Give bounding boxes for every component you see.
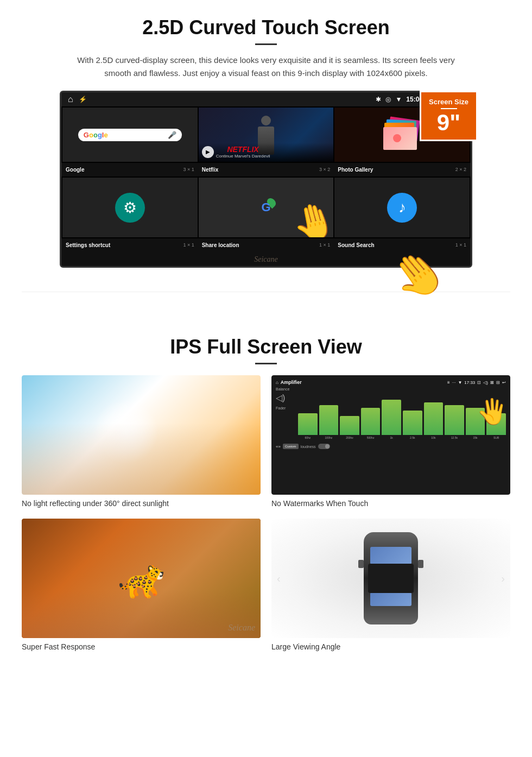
wifi-icon: ▼ xyxy=(395,96,402,103)
eq-bar-3 xyxy=(361,408,381,435)
netflix-logo: NETFLIX xyxy=(216,145,270,154)
eq-menu-icon: ≡ xyxy=(447,380,450,385)
flower-center xyxy=(393,134,401,142)
eq-label-4: 1k xyxy=(382,436,401,439)
feature-grid: No light reflecting under 360° direct su… xyxy=(22,375,510,651)
hand-pointer-icon: 🤚 xyxy=(288,197,333,237)
google-maps-g: G xyxy=(261,200,270,214)
app-labels-row1: Google 3 × 1 Netflix 3 × 2 Photo Gallery… xyxy=(61,163,471,176)
section1-description: With 2.5D curved-display screen, this de… xyxy=(76,54,456,80)
sky-image xyxy=(22,375,261,495)
section-divider xyxy=(22,292,510,292)
label-gallery: Photo Gallery 2 × 2 xyxy=(334,165,470,174)
section-curved-screen: 2.5D Curved Touch Screen With 2.5D curve… xyxy=(0,0,532,286)
photo-stack xyxy=(383,118,421,151)
cheetah-watermark: Seicane xyxy=(228,623,255,633)
car-top-view: ‹ › xyxy=(271,519,510,638)
feature-label-watermarks: No Watermarks When Touch xyxy=(271,499,510,508)
app-grid-row1: Google 🎤 xyxy=(61,106,471,163)
right-arrow-icon: › xyxy=(501,572,505,585)
home-icon: ⌂ xyxy=(68,94,73,104)
eq-bar-2 xyxy=(340,416,359,435)
eq-bar-0 xyxy=(298,413,318,435)
eq-custom-btn[interactable]: Custom xyxy=(283,444,299,449)
feature-img-eq: ⌂ Amplifier ≡ ··· ▼ 17:33 ⊡ ◁) ⊠ ⊟ xyxy=(271,375,510,495)
eq-vol-icon: ◁) xyxy=(483,380,488,385)
ips-title-divider xyxy=(255,363,277,364)
status-bar: ⌂ ⚡ ✱ ◎ ▼ 15:06 ⊡ ◁) ⊠ ▭ xyxy=(61,92,471,106)
location-icon: ◎ xyxy=(385,96,391,103)
eq-label-7: 12.5k xyxy=(445,436,464,439)
eq-freq-labels: 60hz100hz200hz500hz1k2.5k10k12.5k15kSUB xyxy=(298,436,506,439)
loudness-toggle[interactable] xyxy=(318,444,330,449)
app-cell-netflix[interactable]: ▶ NETFLIX Continue Marvel's Daredevil xyxy=(199,108,334,162)
eq-cam-icon: ⊡ xyxy=(477,380,481,385)
screen-mockup: Screen Size 9" ⌂ ⚡ ✱ ◎ ▼ 15:06 ⊡ ◁) ⊠ xyxy=(60,91,472,268)
eq-vol-ctrl: ◁) xyxy=(276,393,295,403)
eq-label-0: 60hz xyxy=(298,436,318,439)
section-ips: IPS Full Screen View No light reflecting… xyxy=(0,319,532,667)
eq-win-icon: ⊟ xyxy=(496,380,500,385)
app-grid-row2: ⚙ G 🤚 xyxy=(61,176,471,238)
feature-viewing-angle: ‹ › Large Viewing Angle xyxy=(271,519,510,651)
eq-bars xyxy=(298,392,506,435)
status-bar-left: ⌂ ⚡ xyxy=(68,94,87,104)
netflix-subtitle: Continue Marvel's Daredevil xyxy=(216,154,270,159)
feature-no-reflection: No light reflecting under 360° direct su… xyxy=(22,375,261,508)
hand-eq-icon: 🖐 xyxy=(477,397,508,426)
eq-bottom-controls: «» Custom loudness xyxy=(276,444,506,449)
eq-dots-icon: ··· xyxy=(452,380,456,385)
app-cell-settings[interactable]: ⚙ xyxy=(62,178,198,237)
eq-bar-7 xyxy=(445,405,464,435)
screen-size-label: Screen Size xyxy=(429,98,468,106)
app-cell-google[interactable]: Google 🎤 xyxy=(62,108,198,162)
google-logo: Google xyxy=(84,131,108,139)
feature-img-car: ‹ › xyxy=(271,519,510,638)
music-note-wrap: ♪ xyxy=(387,193,417,223)
eq-time: 17:33 xyxy=(464,380,475,385)
label-share-location: Share location 1 × 1 xyxy=(199,241,334,250)
feature-label-fast: Super Fast Response xyxy=(22,642,261,651)
eq-bar-4 xyxy=(382,400,401,435)
google-search-bar[interactable]: Google 🎤 xyxy=(78,129,182,141)
eq-back-icon: ↩ xyxy=(502,380,506,385)
eq-home-icon: ⌂ xyxy=(276,380,278,385)
app-cell-share-location[interactable]: G 🤚 xyxy=(199,178,334,237)
eq-title: Amplifier xyxy=(281,380,302,385)
eq-label-3: 500hz xyxy=(361,436,381,439)
eq-label-6: 10k xyxy=(424,436,444,439)
feature-no-watermarks: ⌂ Amplifier ≡ ··· ▼ 17:33 ⊡ ◁) ⊠ ⊟ xyxy=(271,375,510,508)
feature-img-cheetah: 🐆 Seicane xyxy=(22,519,261,638)
app-labels-row2: Settings shortcut 1 × 1 Share location 1… xyxy=(61,238,471,252)
screen-size-badge: Screen Size 9" xyxy=(420,91,478,141)
gear-icon: ⚙ xyxy=(123,199,137,217)
screen-size-value: 9" xyxy=(437,110,460,135)
feature-img-sky xyxy=(22,375,261,495)
usb-icon: ⚡ xyxy=(79,96,87,103)
eq-label-5: 2.5k xyxy=(403,436,422,439)
screen-frame: ⌂ ⚡ ✱ ◎ ▼ 15:06 ⊡ ◁) ⊠ ▭ xyxy=(60,91,472,268)
title-divider xyxy=(255,43,277,45)
label-sound-search: Sound Search 1 × 1 xyxy=(334,241,470,250)
eq-loudness-label: loudness xyxy=(301,445,316,449)
eq-header: ⌂ Amplifier ≡ ··· ▼ 17:33 ⊡ ◁) ⊠ ⊟ xyxy=(276,380,506,385)
eq-label-8: 15k xyxy=(466,436,485,439)
eq-signal-icon: ▼ xyxy=(458,380,462,385)
app-cell-sound-search[interactable]: ♪ xyxy=(334,178,470,237)
feature-fast-response: 🐆 Seicane Super Fast Response xyxy=(22,519,261,651)
screen-watermark: Seicane xyxy=(254,255,278,263)
eq-bar-5 xyxy=(403,411,422,435)
label-google: Google 3 × 1 xyxy=(62,165,198,174)
music-note-icon: ♪ xyxy=(398,199,406,216)
screen-watermark-area: Seicane xyxy=(61,252,471,266)
eq-label-9: SUB xyxy=(486,436,506,439)
label-settings: Settings shortcut 1 × 1 xyxy=(62,241,198,250)
label-netflix: Netflix 3 × 2 xyxy=(199,165,334,174)
feature-label-angle: Large Viewing Angle xyxy=(271,642,510,651)
eq-arrow-icon: «» xyxy=(276,444,281,449)
eq-label-1: 100hz xyxy=(319,436,339,439)
section2-title: IPS Full Screen View xyxy=(22,336,510,358)
eq-fader-label: Fader xyxy=(276,406,295,410)
photo-card-flower xyxy=(383,127,417,150)
eq-close-icon: ⊠ xyxy=(490,380,494,385)
